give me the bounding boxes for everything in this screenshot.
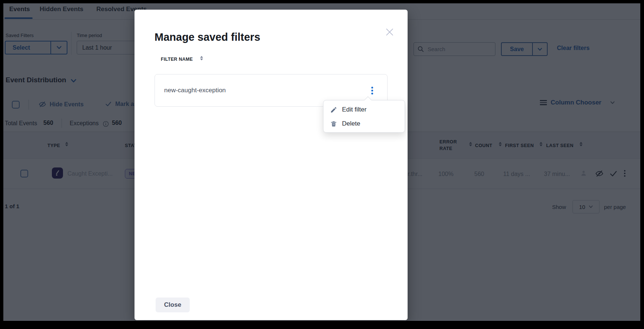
- filter-name-column-header[interactable]: FILTER NAME: [161, 57, 193, 62]
- frame-bottom: [0, 321, 644, 329]
- close-button[interactable]: Close: [156, 298, 190, 312]
- delete-filter-menu-item[interactable]: Delete: [326, 117, 402, 131]
- sort-icon[interactable]: [200, 56, 203, 60]
- screenshot-frame: Events Hidden Events Resolved Events Sav…: [0, 0, 644, 329]
- delete-filter-label: Delete: [342, 120, 360, 127]
- manage-saved-filters-modal: Manage saved filters FILTER NAME new-cau…: [135, 10, 408, 320]
- close-icon[interactable]: [385, 28, 394, 36]
- filter-kebab-menu[interactable]: [371, 86, 373, 96]
- frame-left: [0, 0, 3, 329]
- edit-filter-menu-item[interactable]: Edit filter: [326, 103, 402, 117]
- trash-icon: [330, 120, 337, 127]
- frame-top: [0, 0, 644, 3]
- pencil-icon: [330, 106, 337, 113]
- saved-filter-name: new-caught-exception: [155, 87, 371, 94]
- frame-right: [640, 0, 644, 329]
- filter-context-menu: Edit filter Delete: [323, 100, 405, 133]
- edit-filter-label: Edit filter: [342, 106, 366, 113]
- modal-title: Manage saved filters: [155, 31, 260, 43]
